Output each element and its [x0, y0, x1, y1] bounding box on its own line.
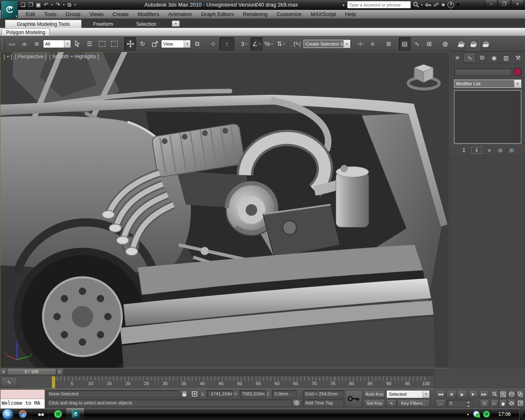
project-toolbar-icon[interactable]: ⧉: [67, 1, 71, 9]
align-button[interactable]: ≡: [367, 37, 379, 50]
select-object-button[interactable]: [71, 37, 83, 50]
previous-frame-button[interactable]: ◀: [446, 390, 456, 398]
track-bar-empty[interactable]: [64, 369, 433, 375]
bind-to-spacewarp-button[interactable]: ≋: [31, 37, 43, 50]
mirror-button[interactable]: ◁▷: [354, 37, 366, 50]
search-options-icon[interactable]: ▾: [421, 3, 423, 7]
ribbon-tab-freeform[interactable]: Freeform: [82, 20, 125, 28]
select-and-move-button[interactable]: [124, 37, 136, 50]
modifier-stack-list[interactable]: [454, 90, 521, 144]
zoom-extents-button[interactable]: [508, 390, 516, 398]
search-icon[interactable]: [413, 2, 419, 8]
tab-create[interactable]: ✳: [452, 53, 463, 62]
object-name-field[interactable]: [454, 68, 512, 75]
qat-customize-icon[interactable]: ▾: [74, 3, 76, 7]
pin-stack-icon[interactable]: ↧: [460, 147, 468, 153]
select-and-rotate-button[interactable]: ↻: [137, 37, 148, 50]
tab-modify[interactable]: ∿: [463, 52, 476, 63]
set-keys-button[interactable]: [345, 390, 362, 407]
menu-create[interactable]: Create: [108, 10, 133, 18]
save-file-icon[interactable]: ▣: [36, 1, 41, 9]
tray-expand-icon[interactable]: ▲: [466, 412, 470, 416]
schematic-view-button[interactable]: ⊞: [423, 37, 435, 50]
time-slider-thumb[interactable]: 0 / 100: [7, 368, 56, 375]
modifier-list-dropdown[interactable]: Modifier List ▾: [454, 80, 521, 88]
selection-filter-dropdown[interactable]: All ▾: [43, 40, 71, 48]
render-production-button[interactable]: ☕: [480, 37, 492, 50]
restore-button[interactable]: ❐: [498, 0, 511, 8]
favorites-star-icon[interactable]: ★: [441, 1, 446, 9]
key-filter-mode-dropdown[interactable]: Selected ▾: [386, 390, 430, 398]
z-coordinate-field[interactable]: 0,0mm: [272, 390, 297, 398]
macro-recorder-pane[interactable]: [0, 390, 45, 399]
spinner-snap-toggle-button[interactable]: ⇅∩: [275, 37, 287, 50]
remove-modifier-icon[interactable]: ⊘: [497, 147, 504, 153]
ribbon-tab-selection[interactable]: Selection: [125, 20, 168, 28]
keyboard-shortcut-override-toggle[interactable]: ↑: [219, 37, 234, 50]
taskbar-spotify-icon[interactable]: [49, 408, 66, 420]
select-and-link-button[interactable]: ⧟: [6, 37, 18, 50]
viewport-pov-menu[interactable]: [ Perspective ]: [15, 54, 46, 59]
redo-icon[interactable]: ↷: [56, 1, 60, 9]
taskbar-messenger-icon[interactable]: ☻☻: [31, 408, 49, 420]
key-filters-button[interactable]: Key Filters...: [397, 399, 430, 407]
edit-named-selection-sets-button[interactable]: {✎}: [291, 37, 303, 50]
taskbar-3dsmax-icon[interactable]: [66, 408, 84, 420]
auto-key-button[interactable]: Auto Key: [364, 390, 385, 398]
rollout-area[interactable]: [450, 156, 525, 368]
layer-manager-button[interactable]: ≣: [383, 37, 395, 50]
start-button[interactable]: ⊞: [2, 409, 14, 420]
show-end-result-icon[interactable]: ‖: [471, 147, 482, 154]
viewcube[interactable]: [405, 61, 442, 91]
add-time-tag[interactable]: Add Time Tag: [303, 399, 344, 407]
unlink-selection-button[interactable]: ⧞: [18, 37, 30, 50]
select-by-name-button[interactable]: ☰: [84, 37, 96, 50]
perspective-viewport[interactable]: [ + ] [ Perspective ] [ Smooth + Highlig…: [0, 52, 450, 368]
named-selection-sets-dropdown[interactable]: Create Selection Se ▾: [304, 40, 350, 48]
default-tangent-icon[interactable]: ∿: [386, 399, 396, 407]
communication-center-icon[interactable]: ☍: [434, 1, 439, 9]
undo-dropdown-icon[interactable]: ▾: [51, 3, 53, 7]
named-selection-set-arrow-icon[interactable]: ▾: [343, 40, 350, 48]
listener-pane[interactable]: Welcome to MA: [0, 399, 45, 409]
use-pivot-point-center-button[interactable]: ⧉: [191, 37, 203, 50]
help-icon[interactable]: ?: [447, 2, 454, 8]
key-mode-toggle-button[interactable]: ↔: [436, 399, 445, 407]
viewport-shading-menu[interactable]: [ Smooth + Highlights ]: [49, 54, 99, 59]
track-scroll-right-icon[interactable]: ▸: [57, 368, 63, 375]
curve-editor-button[interactable]: ∿: [411, 37, 423, 50]
time-slider-marker[interactable]: [52, 376, 55, 388]
go-to-end-button[interactable]: ▶▶: [479, 390, 489, 398]
orbit-button[interactable]: [508, 399, 516, 407]
menu-customize[interactable]: Customize: [272, 10, 306, 18]
help-dropdown-icon[interactable]: ▾: [456, 1, 459, 9]
reference-coordinate-system-dropdown[interactable]: View ▾: [161, 40, 191, 48]
zoom-all-button[interactable]: [499, 390, 507, 398]
selection-filter-arrow-icon[interactable]: ▾: [64, 40, 71, 48]
tab-motion[interactable]: ◉: [488, 53, 500, 62]
frame-spinner[interactable]: ▲▼: [466, 400, 471, 407]
pan-button[interactable]: [499, 399, 507, 407]
taskbar-firefox-icon[interactable]: [14, 408, 31, 420]
play-button[interactable]: ▶: [457, 390, 468, 398]
tab-display[interactable]: ▥: [500, 53, 512, 62]
tab-hierarchy[interactable]: ⧉: [476, 53, 488, 62]
maximize-viewport-toggle-button[interactable]: [516, 399, 524, 407]
open-file-icon[interactable]: ❒: [28, 1, 33, 9]
go-to-start-button[interactable]: ◀◀: [436, 390, 445, 398]
zoom-extents-all-button[interactable]: [516, 390, 524, 398]
object-color-swatch[interactable]: [514, 68, 521, 75]
isolate-grid-icon[interactable]: [292, 399, 301, 407]
menu-help[interactable]: Help: [340, 10, 361, 18]
configure-modifier-sets-icon[interactable]: ⊞: [508, 147, 515, 153]
infocenter-expand-icon[interactable]: ▸: [343, 3, 345, 7]
tab-utilities[interactable]: ⚒: [512, 53, 524, 62]
menu-tools[interactable]: Tools: [39, 10, 61, 18]
modifier-list-arrow-icon[interactable]: ▾: [514, 80, 521, 87]
track-scroll-left-icon[interactable]: ◂: [0, 368, 7, 375]
mini-curve-editor-button[interactable]: ∿: [1, 377, 17, 388]
menu-maxscript[interactable]: MAXScript: [306, 10, 340, 18]
graphite-ribbon-toggle-button[interactable]: ▤: [399, 37, 411, 50]
menu-rendering[interactable]: Rendering: [238, 10, 272, 18]
show-desktop-button[interactable]: [519, 408, 523, 420]
